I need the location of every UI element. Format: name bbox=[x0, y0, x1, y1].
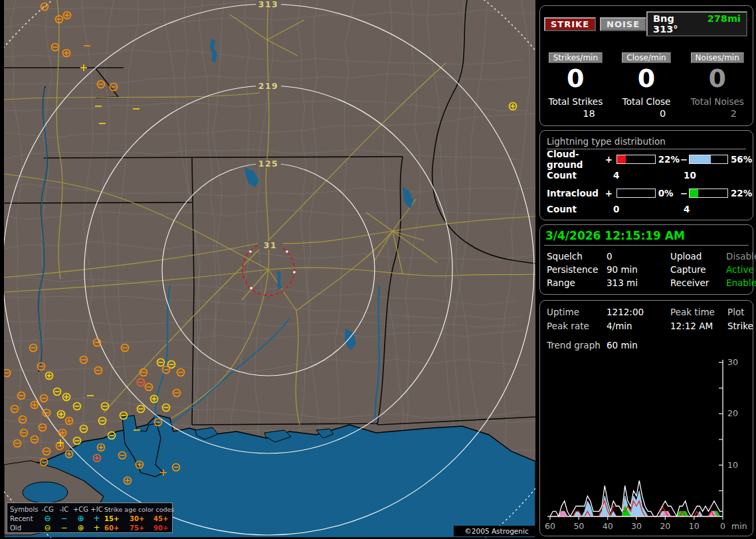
svg-text:60: 60 bbox=[545, 521, 555, 531]
persistence-label: Persistence bbox=[547, 264, 607, 275]
cg-neg-pct: 56% bbox=[731, 154, 753, 165]
trend-graph-label: Trend graph bbox=[547, 340, 607, 350]
cg-neg-bar bbox=[689, 155, 727, 164]
minus-sign: − bbox=[680, 188, 690, 198]
svg-text:125: 125 bbox=[258, 159, 279, 169]
squelch-value: 0 bbox=[607, 251, 670, 262]
noises-counter: Noises/min 0 Total Noises 2 bbox=[682, 52, 753, 119]
ic-neg-bar bbox=[689, 189, 727, 198]
status-panel: 3/4/2026 12:15:19 AM Squelch 0 Upload Di… bbox=[539, 224, 753, 295]
age-30: 30+ bbox=[130, 515, 153, 522]
cg-pos-count: 4 bbox=[613, 170, 684, 181]
upload-label: Upload bbox=[670, 251, 726, 262]
persistence-value: 90 min bbox=[607, 264, 670, 275]
count-label: Count bbox=[547, 170, 613, 181]
plus-icon: + bbox=[89, 524, 104, 531]
legend-col-ic-pos: +IC bbox=[89, 506, 104, 513]
trend-chart: 1020306050403020100min bbox=[540, 355, 753, 536]
range-label: Range bbox=[547, 277, 607, 288]
svg-text:313: 313 bbox=[258, 0, 279, 9]
strikes-rate: 0 bbox=[567, 64, 584, 92]
peak-rate-value: 4/min bbox=[607, 321, 670, 331]
total-close-label: Total Close bbox=[622, 96, 671, 107]
legend-symbols-label: Symbols bbox=[10, 506, 39, 513]
total-noises-label: Total Noises bbox=[691, 96, 744, 107]
legend-col-cg-pos: +CG bbox=[72, 506, 89, 513]
squelch-label: Squelch bbox=[547, 251, 607, 262]
minus-sign: − bbox=[680, 154, 690, 165]
trend-window-value: 60 min bbox=[607, 340, 670, 350]
minus-icon: − bbox=[56, 515, 72, 522]
total-noises-value: 2 bbox=[731, 108, 753, 119]
ic-pos-count: 0 bbox=[613, 204, 684, 214]
receiver-status: Enabled bbox=[726, 277, 756, 288]
radar-map[interactable]: 31321912531 Symbols -CG -IC +CG +IC Stri… bbox=[4, 0, 535, 538]
total-strikes-label: Total Strikes bbox=[549, 96, 603, 107]
age-60: 60+ bbox=[104, 524, 130, 532]
intracloud-label: Intracloud bbox=[547, 188, 605, 198]
bearing-readout: Bng 313° 278mi bbox=[646, 11, 747, 37]
peak-time-value: 12:12 AM bbox=[670, 321, 727, 331]
cloud-ground-label: Cloud-ground bbox=[547, 149, 605, 170]
bearing-distance: 278mi bbox=[708, 13, 741, 35]
cg-pos-bar bbox=[616, 155, 655, 164]
legend-old-label: Old bbox=[10, 524, 39, 532]
ic-neg-pct: 22% bbox=[731, 188, 753, 198]
ic-neg-count: 4 bbox=[684, 204, 690, 214]
range-value: 313 mi bbox=[607, 277, 670, 288]
plus-sign: + bbox=[605, 188, 617, 198]
bearing-value: Bng 313° bbox=[653, 13, 700, 35]
svg-text:50: 50 bbox=[573, 521, 584, 531]
copyright-bar: ©2005 Astrogenic Systems bbox=[454, 526, 539, 536]
minus-icon: − bbox=[56, 524, 72, 531]
noises-per-min-badge[interactable]: Noises/min bbox=[691, 52, 744, 63]
svg-text:0: 0 bbox=[720, 521, 725, 531]
total-close-value: 0 bbox=[660, 108, 682, 119]
circle-plus-icon: ⊕ bbox=[72, 515, 89, 522]
trend-panel: Uptime 1212:00 Peak time Plot Peak rate … bbox=[539, 300, 753, 536]
age-90: 90+ bbox=[153, 524, 177, 532]
svg-text:10: 10 bbox=[689, 521, 700, 531]
age-15: 15+ bbox=[104, 515, 130, 522]
close-per-min-badge[interactable]: Close/min bbox=[622, 52, 670, 63]
count-label: Count bbox=[547, 204, 613, 214]
capture-status: Active bbox=[726, 264, 754, 275]
plot-label: Plot bbox=[727, 307, 753, 317]
capture-label: Capture bbox=[670, 264, 726, 275]
svg-text:31: 31 bbox=[264, 240, 277, 250]
distribution-title: Lightning type distribution bbox=[547, 136, 746, 149]
svg-text:40: 40 bbox=[603, 521, 613, 531]
legend-col-cg-neg: -CG bbox=[39, 506, 56, 513]
cg-neg-count: 10 bbox=[684, 170, 696, 181]
peak-time-label: Peak time bbox=[670, 307, 727, 317]
ic-pos-pct: 0% bbox=[658, 188, 680, 198]
upload-status: Disabled bbox=[726, 251, 756, 262]
strikes-counter: Strikes/min 0 Total Strikes 18 bbox=[540, 52, 611, 119]
peak-rate-label: Peak rate bbox=[547, 321, 607, 331]
svg-text:30: 30 bbox=[727, 357, 738, 367]
age-75: 75+ bbox=[130, 524, 153, 532]
map-legend: Symbols -CG -IC +CG +IC Strike age color… bbox=[7, 502, 173, 533]
cg-pos-pct: 22% bbox=[658, 154, 680, 165]
legend-age-title: Strike age color codes bbox=[104, 506, 177, 513]
app-window: { "toolbar":{ "strike_label":"STRIKE", "… bbox=[0, 0, 756, 539]
svg-text:20: 20 bbox=[727, 408, 738, 418]
close-rate: 0 bbox=[638, 64, 655, 92]
legend-recent-label: Recent bbox=[10, 515, 39, 522]
circle-minus-icon: ⊖ bbox=[39, 524, 56, 531]
counter-panel: STRIKE NOISE Bng 313° 278mi Strikes/min … bbox=[539, 5, 753, 126]
circle-plus-icon: ⊕ bbox=[72, 524, 89, 531]
total-strikes-value: 18 bbox=[583, 108, 611, 119]
ic-pos-bar bbox=[616, 189, 655, 198]
plus-sign: + bbox=[605, 154, 617, 165]
age-45: 45+ bbox=[153, 515, 177, 522]
strikes-per-min-badge[interactable]: Strikes/min bbox=[549, 52, 603, 63]
strike-button[interactable]: STRIKE bbox=[544, 17, 596, 31]
close-counter: Close/min 0 Total Close 0 bbox=[611, 52, 682, 119]
plus-icon: + bbox=[89, 515, 104, 522]
svg-text:20: 20 bbox=[660, 521, 670, 531]
uptime-value: 1212:00 bbox=[607, 307, 670, 317]
noise-button[interactable]: NOISE bbox=[600, 17, 646, 31]
circle-minus-icon: ⊖ bbox=[39, 515, 56, 522]
svg-text:min: min bbox=[731, 521, 747, 531]
